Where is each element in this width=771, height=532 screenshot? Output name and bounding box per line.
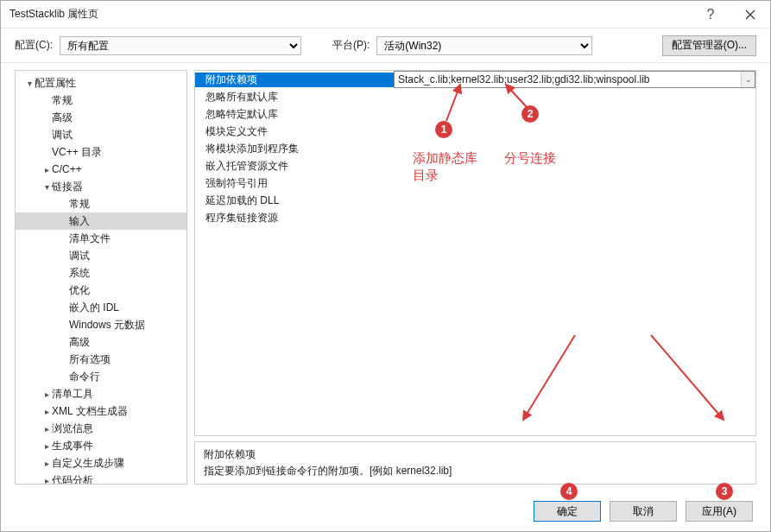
close-button[interactable]: [730, 1, 770, 28]
property-label: 模块定义文件: [195, 124, 394, 139]
config-toolbar: 配置(C): 所有配置 平台(P): 活动(Win32) 配置管理器(O)...: [1, 28, 770, 63]
property-label: 将模块添加到程序集: [195, 142, 394, 156]
tree-item[interactable]: 输入: [16, 212, 186, 230]
description-title: 附加依赖项: [204, 447, 747, 462]
tree-item[interactable]: 高级: [16, 333, 186, 351]
svg-line-2: [651, 335, 724, 420]
tree-item[interactable]: 所有选项: [16, 351, 186, 368]
tree-item[interactable]: 调试: [16, 126, 186, 143]
tree-item[interactable]: ▸自定义生成步骤: [16, 454, 186, 472]
property-row[interactable]: 忽略特定默认库: [195, 105, 755, 123]
description-box: 附加依赖项 指定要添加到链接命令行的附加项。[例如 kernel32.lib]: [194, 441, 756, 484]
tree-item-label: 高级: [69, 335, 90, 350]
tree-item[interactable]: 命令行: [16, 368, 186, 385]
close-icon: [745, 10, 755, 20]
property-label: 强制符号引用: [195, 176, 394, 191]
tree-item-label: 调试: [52, 128, 73, 142]
property-row[interactable]: 延迟加载的 DLL: [195, 192, 755, 209]
apply-button[interactable]: 应用(A): [686, 501, 753, 522]
tree-item-label: Windows 元数据: [69, 318, 145, 332]
config-select[interactable]: 所有配置: [60, 36, 301, 55]
window-title: TestStacklib 属性页: [9, 7, 691, 22]
tree-item-label: 清单工具: [52, 387, 93, 402]
dialog-body: ▾配置属性常规高级调试VC++ 目录▸C/C++▾链接器常规输入清单文件调试系统…: [1, 63, 770, 491]
tree-item[interactable]: VC++ 目录: [16, 143, 186, 161]
expand-arrow-icon: ▸: [41, 476, 52, 485]
tree-item[interactable]: 常规: [16, 92, 186, 109]
expand-arrow-icon: ▸: [41, 459, 52, 468]
expand-arrow-icon: ▾: [41, 182, 52, 192]
dropdown-icon[interactable]: ⌄: [741, 72, 755, 87]
property-row[interactable]: 忽略所有默认库: [195, 88, 755, 105]
annotation-arrow-1: [441, 81, 465, 123]
ok-button[interactable]: 确定: [534, 501, 601, 522]
dialog-footer: 4 3 确定 取消 应用(A): [1, 491, 770, 531]
expand-arrow-icon: ▾: [24, 79, 35, 88]
tree-item[interactable]: ▸浏览信息: [16, 420, 186, 437]
cancel-button[interactable]: 取消: [610, 501, 677, 522]
property-label: 嵌入托管资源文件: [195, 159, 394, 174]
property-row[interactable]: 将模块添加到程序集: [195, 140, 755, 157]
tree-item-label: 配置属性: [35, 76, 76, 91]
tree-item[interactable]: Windows 元数据: [16, 316, 186, 333]
right-pane: 附加依赖项Stack_c.lib;kernel32.lib;user32.lib…: [194, 70, 756, 484]
tree-item-label: 命令行: [69, 370, 100, 384]
tree-item-label: VC++ 目录: [52, 145, 102, 160]
tree-item-label: 优化: [69, 283, 90, 298]
tree-item-label: C/C++: [52, 163, 82, 175]
property-pages-dialog: TestStacklib 属性页 ? 配置(C): 所有配置 平台(P): 活动…: [0, 0, 771, 532]
annotation-arrow-4: [515, 330, 584, 425]
tree-item-label: 链接器: [52, 180, 83, 194]
tree-item[interactable]: 优化: [16, 282, 186, 299]
property-row[interactable]: 强制符号引用: [195, 174, 755, 192]
property-row[interactable]: 嵌入托管资源文件: [195, 157, 755, 174]
tree-item[interactable]: ▸C/C++: [16, 161, 186, 178]
tree-item-label: 自定义生成步骤: [52, 456, 124, 471]
tree-item[interactable]: 常规: [16, 195, 186, 212]
property-list[interactable]: 附加依赖项Stack_c.lib;kernel32.lib;user32.lib…: [194, 70, 756, 436]
tree-item[interactable]: 高级: [16, 109, 186, 126]
tree-item-label: 生成事件: [52, 439, 93, 453]
tree-item[interactable]: ▾链接器: [16, 178, 186, 195]
expand-arrow-icon: ▸: [41, 424, 52, 434]
tree-item[interactable]: ▸XML 文档生成器: [16, 402, 186, 420]
property-row[interactable]: 程序集链接资源: [195, 209, 755, 226]
property-tree[interactable]: ▾配置属性常规高级调试VC++ 目录▸C/C++▾链接器常规输入清单文件调试系统…: [15, 70, 187, 484]
tree-item[interactable]: ▾配置属性: [16, 74, 186, 92]
property-row[interactable]: 附加依赖项Stack_c.lib;kernel32.lib;user32.lib…: [195, 71, 755, 88]
tree-item[interactable]: 系统: [16, 264, 186, 282]
tree-item[interactable]: ▸清单工具: [16, 385, 186, 402]
property-label: 延迟加载的 DLL: [195, 193, 394, 208]
property-row[interactable]: 模块定义文件: [195, 123, 755, 140]
tree-item[interactable]: ▸代码分析: [16, 472, 186, 484]
tree-item[interactable]: ▸生成事件: [16, 437, 186, 454]
platform-select[interactable]: 活动(Win32): [376, 36, 592, 55]
property-label: 忽略特定默认库: [195, 107, 394, 122]
svg-line-1: [506, 85, 527, 107]
annotation-arrow-3: [644, 330, 730, 425]
tree-item-label: 常规: [69, 197, 90, 212]
expand-arrow-icon: ▸: [41, 165, 52, 174]
tree-item[interactable]: 清单文件: [16, 230, 186, 247]
tree-item-label: 高级: [52, 111, 73, 125]
annotation-arrow-2: [501, 81, 530, 109]
expand-arrow-icon: ▸: [41, 407, 52, 416]
config-manager-button[interactable]: 配置管理器(O)...: [662, 35, 756, 56]
platform-label: 平台(P):: [332, 38, 370, 53]
tree-item-label: 输入: [69, 214, 90, 229]
tree-item-label: 所有选项: [69, 352, 111, 367]
property-label: 附加依赖项: [195, 73, 394, 87]
expand-arrow-icon: ▸: [41, 390, 52, 399]
tree-item-label: 常规: [52, 93, 73, 108]
property-label: 程序集链接资源: [195, 211, 394, 225]
tree-item-label: 浏览信息: [52, 421, 93, 436]
tree-item[interactable]: 调试: [16, 247, 186, 264]
svg-line-3: [523, 335, 575, 420]
titlebar: TestStacklib 属性页 ?: [1, 1, 770, 28]
tree-item-label: XML 文档生成器: [52, 404, 128, 419]
tree-item-label: 系统: [69, 266, 90, 281]
tree-item[interactable]: 嵌入的 IDL: [16, 299, 186, 316]
svg-line-0: [446, 85, 460, 121]
tree-item-label: 清单文件: [69, 231, 111, 246]
help-button[interactable]: ?: [691, 1, 730, 28]
